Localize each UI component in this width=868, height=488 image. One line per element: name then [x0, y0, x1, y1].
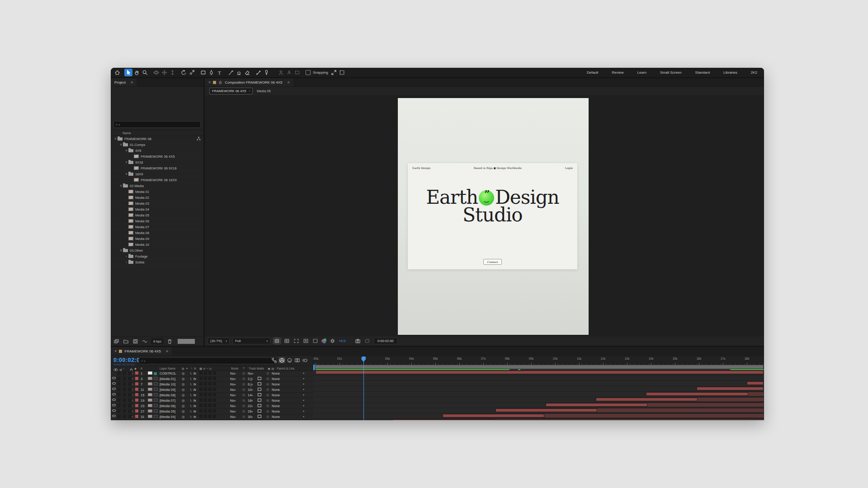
layer-duration-bar[interactable] [443, 414, 764, 418]
breadcrumb-next-comp[interactable]: Media 05 [257, 89, 271, 93]
shy-layers-toggle[interactable] [286, 357, 293, 363]
parent-link-dropdown[interactable]: None [272, 377, 280, 381]
workspace-tab-2k2[interactable]: 2K2 [744, 68, 764, 77]
gear-icon[interactable] [329, 338, 336, 344]
snapshot-camera-icon[interactable] [354, 338, 361, 344]
twirl-icon[interactable]: › [124, 255, 128, 258]
switch-well[interactable] [213, 415, 216, 418]
quality-icon[interactable]: \ [190, 388, 191, 392]
blend-mode-dropdown[interactable]: No ▾ [230, 388, 235, 392]
twirl-icon[interactable]: › [132, 409, 133, 413]
track-matte-dropdown[interactable]: 6.[ ▾ [248, 382, 251, 386]
parent-dropdown-chevron[interactable]: ▾ [303, 388, 304, 391]
switch-well[interactable] [208, 377, 212, 380]
matte-toggle-icon[interactable] [258, 399, 261, 402]
playhead-handle[interactable] [362, 357, 366, 362]
switch-well[interactable] [199, 415, 203, 418]
twirl-icon[interactable]: › [132, 377, 133, 381]
twirl-icon[interactable]: › [132, 382, 133, 386]
parent-link-dropdown[interactable]: None [272, 404, 280, 408]
type-tool[interactable]: T [215, 69, 223, 76]
label-color-chip[interactable] [135, 388, 138, 391]
switch-well[interactable] [213, 409, 216, 413]
shy-icon[interactable]: ◍ [182, 377, 185, 381]
layer-name[interactable]: [Media 08] [160, 393, 175, 397]
zoom-tool[interactable] [141, 69, 149, 76]
tree-item-footage[interactable]: ›Footage [111, 253, 203, 259]
solo-toggle[interactable] [123, 393, 126, 397]
search-dropdown-icon[interactable]: ▾ [118, 123, 120, 126]
layer-name[interactable]: CONTROL [160, 371, 176, 375]
label-color-chip[interactable] [135, 393, 138, 396]
tree-item-media-08[interactable]: Media 08 [111, 230, 203, 236]
switch-well[interactable] [204, 382, 207, 385]
parent-dropdown-chevron[interactable]: ▾ [303, 371, 304, 375]
pan-camera-tool[interactable] [160, 69, 168, 76]
parent-dropdown-chevron[interactable]: ▾ [303, 382, 304, 385]
switch-well[interactable] [199, 409, 203, 413]
snapping-checkbox[interactable] [306, 70, 311, 75]
audio-toggle[interactable] [117, 377, 121, 380]
fx-icon[interactable]: fx [193, 393, 196, 397]
tree-item-media-02[interactable]: Media 02 [111, 195, 203, 201]
layer-row-media-06[interactable]: ›23[Media 06]◍\fxNo ▾◎22 ▾◎None▾ [111, 404, 313, 409]
layer-name[interactable]: [Media 04] [160, 415, 175, 419]
matte-toggle-icon[interactable] [258, 388, 261, 391]
parent-dropdown-chevron[interactable]: ▾ [303, 404, 304, 407]
matte-toggle-icons[interactable]: ▣▨ [268, 367, 275, 371]
work-area-start-handle[interactable] [313, 365, 315, 370]
tree-item-media-03[interactable]: Media 03 [111, 201, 203, 206]
blend-mode-dropdown[interactable]: No ▾ [230, 393, 235, 397]
tree-item-9x16[interactable]: ∨9X16 [111, 160, 203, 165]
tree-item-framework-06[interactable]: ∨FRAMEWORK 06 [111, 136, 203, 142]
panel-menu-icon[interactable]: ≡ [131, 80, 133, 84]
quality-icon[interactable]: \ [190, 393, 191, 397]
matte-pickwhip-icon[interactable]: ◎ [242, 377, 245, 380]
switch-well[interactable] [204, 399, 207, 402]
tree-item-framework-06-9x16[interactable]: FRAMEWORK 06 9X16 [111, 165, 203, 171]
orbit-camera-tool[interactable] [152, 69, 160, 76]
quality-icon[interactable]: \ [190, 377, 191, 381]
twirl-icon[interactable]: › [132, 393, 133, 397]
solo-toggle[interactable] [123, 399, 126, 402]
quality-column-icon[interactable]: \ [191, 367, 192, 370]
region-of-interest-icon[interactable] [293, 338, 300, 344]
twirl-icon[interactable]: ∨ [124, 160, 128, 164]
layer-row-media-01[interactable]: ›3[Media 01]◍\fxNo ▾◎2.[ ▾◎None▾ [111, 376, 313, 382]
fx-icon[interactable]: fx [193, 415, 196, 419]
layer-name[interactable]: [Media 01] [160, 377, 175, 381]
snapshot-frame-icon[interactable] [338, 69, 346, 76]
track-matte-dropdown[interactable]: No ▾ [248, 371, 252, 375]
frame-blending-toggle[interactable] [294, 357, 301, 363]
label-color-chip[interactable] [135, 377, 138, 380]
close-icon[interactable]: × [114, 349, 117, 353]
matte-pickwhip-icon[interactable]: ◎ [242, 382, 245, 386]
matte-pickwhip-icon[interactable]: ◎ [242, 388, 245, 391]
switch-well[interactable] [213, 388, 216, 391]
fx-icon[interactable]: fx [193, 399, 196, 403]
switch-well[interactable] [204, 371, 207, 375]
parent-pickwhip-icon[interactable]: ◎ [266, 371, 269, 375]
layer-duration-bar[interactable] [495, 408, 764, 412]
mode-column-header[interactable]: Mode [231, 367, 238, 370]
parent-column-header[interactable]: Parent & Link [277, 367, 294, 370]
parent-pickwhip-icon[interactable]: ◎ [266, 415, 269, 418]
fx-icon[interactable]: fx [193, 409, 196, 413]
switch-well[interactable] [204, 415, 207, 418]
switch-well[interactable] [204, 404, 207, 407]
quality-icon[interactable]: \ [190, 409, 191, 413]
expand-icon[interactable] [330, 69, 338, 76]
twirl-icon[interactable]: ∨ [124, 149, 128, 152]
playhead-line[interactable] [363, 358, 364, 420]
quality-icon[interactable]: \ [190, 371, 191, 375]
lock-icon[interactable] [218, 80, 222, 85]
tab-composition[interactable]: × Composition FRAMEWORK 06 4X5 ≡ [205, 78, 293, 86]
parent-pickwhip-icon[interactable]: ◎ [266, 404, 269, 408]
magnification-dropdown[interactable]: (30.7%)▾ [208, 338, 230, 344]
track-matte-dropdown[interactable]: 10 ▾ [248, 388, 251, 392]
fx-icon[interactable]: fx [193, 404, 196, 408]
layer-name[interactable]: [Media 07] [160, 399, 175, 403]
new-composition-icon[interactable] [132, 338, 139, 344]
composition-image[interactable]: Earth Design Based in Riga ◼ Design Worl… [398, 98, 589, 335]
tab-timeline[interactable]: × FRAMEWORK 06 4X5 ≡ [111, 347, 172, 355]
